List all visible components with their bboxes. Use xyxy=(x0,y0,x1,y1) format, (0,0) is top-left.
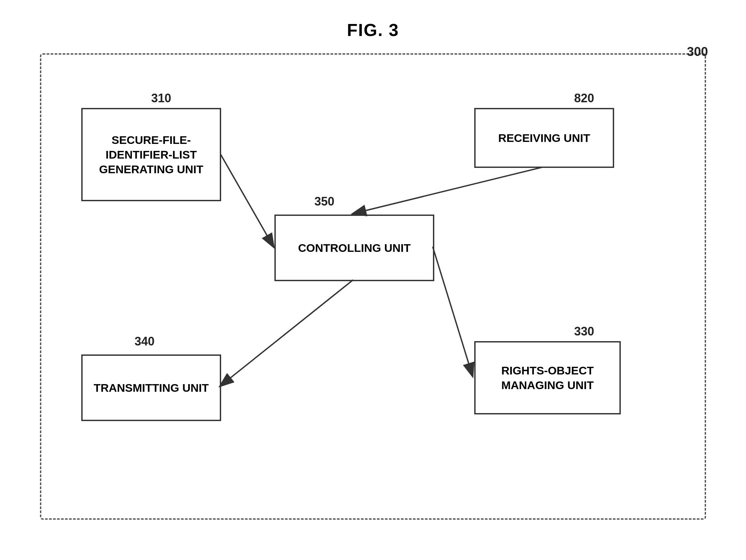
box-310-line3: GENERATING UNIT xyxy=(99,162,203,176)
label-350: 350 xyxy=(314,195,334,208)
box-330: RIGHTS-OBJECT MANAGING UNIT xyxy=(474,341,621,414)
box-340: TRANSMITTING UNIT xyxy=(81,355,221,421)
box-320-line1: RECEIVING UNIT xyxy=(498,131,590,145)
box-340-line1: TRANSMITTING UNIT xyxy=(93,381,209,395)
box-310-line2: IDENTIFIER-LIST xyxy=(106,147,197,162)
box-330-line2: MANAGING UNIT xyxy=(501,378,594,392)
svg-line-2 xyxy=(353,167,542,214)
svg-line-1 xyxy=(221,154,274,247)
label-310: 310 xyxy=(151,91,171,105)
diagram-container: 300 SECURE-FILE- IDENTIFIER-LIST GENERAT… xyxy=(40,53,706,520)
box-330-line1: RIGHTS-OBJECT xyxy=(501,363,594,378)
svg-line-3 xyxy=(433,247,472,376)
box-310: SECURE-FILE- IDENTIFIER-LIST GENERATING … xyxy=(81,108,221,201)
box-350-line1: CONTROLLING UNIT xyxy=(298,241,411,255)
svg-line-4 xyxy=(221,280,353,386)
label-340: 340 xyxy=(135,334,154,348)
figure-title: FIG. 3 xyxy=(347,20,399,40)
label-330: 330 xyxy=(574,325,594,338)
label-300: 300 xyxy=(687,45,708,59)
box-350: CONTROLLING UNIT xyxy=(275,215,434,281)
label-320: 820 xyxy=(574,91,594,105)
box-310-line1: SECURE-FILE- xyxy=(112,133,191,147)
box-320: RECEIVING UNIT xyxy=(474,108,614,168)
